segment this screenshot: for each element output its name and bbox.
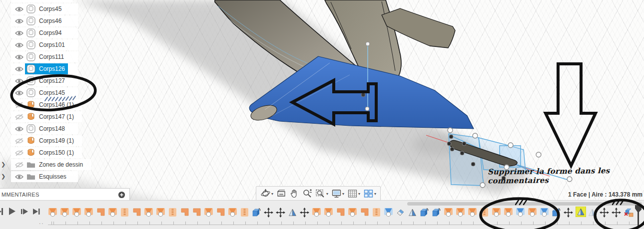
browser-item-corps148[interactable]: Corps148 xyxy=(11,123,78,134)
browser-item-corps147-1[interactable]: Corps147 (1) xyxy=(11,111,82,122)
timeline-scrollbar[interactable] xyxy=(407,202,642,206)
form-feature-icon[interactable] xyxy=(72,208,82,218)
visibility-eye-on-icon[interactable] xyxy=(13,126,25,132)
fit-button[interactable]: ▾ xyxy=(314,188,329,200)
visibility-eye-on-icon[interactable] xyxy=(13,54,25,60)
edge-feature-icon[interactable] xyxy=(168,208,178,218)
pan-button[interactable] xyxy=(288,188,300,200)
form-feature-icon[interactable] xyxy=(468,208,478,218)
corner-feature-icon[interactable] xyxy=(216,208,226,218)
skip-start-button[interactable] xyxy=(0,208,4,216)
form-feature-icon[interactable] xyxy=(48,208,58,218)
corner-feature-icon[interactable] xyxy=(360,208,370,218)
browser-item-corps126[interactable]: Corps126 xyxy=(11,63,78,74)
browser-item-corps149-1[interactable]: Corps149 (1) xyxy=(11,135,82,146)
mirror-warning-feature-icon[interactable] xyxy=(576,207,586,217)
mirror-feature-icon[interactable] xyxy=(288,208,298,218)
blueform-feature-icon[interactable] xyxy=(540,208,550,218)
form-feature-icon[interactable] xyxy=(204,208,214,218)
browser-item-corps46[interactable]: Corps46 xyxy=(11,15,78,26)
blueform-feature-icon[interactable] xyxy=(516,208,526,218)
move-feature-icon[interactable] xyxy=(300,208,310,218)
browser-panel: Corps45Corps46Corps94Corps101Corps111Cor… xyxy=(11,0,106,183)
edge-feature-icon[interactable] xyxy=(480,208,490,218)
plus-circle-icon[interactable] xyxy=(118,191,125,199)
visibility-eye-on-icon[interactable] xyxy=(13,90,25,96)
expand-chevron-icon[interactable]: ❯ xyxy=(1,173,8,180)
visibility-eye-off-icon[interactable] xyxy=(13,138,25,144)
bluebox-feature-icon[interactable] xyxy=(552,208,562,218)
form-feature-icon[interactable] xyxy=(492,208,502,218)
form-feature-icon[interactable] xyxy=(324,208,334,218)
form-feature-icon[interactable] xyxy=(444,208,454,218)
visibility-eye-on-icon[interactable] xyxy=(13,30,25,36)
form-feature-icon[interactable] xyxy=(348,208,358,218)
move-feature-icon[interactable] xyxy=(564,208,574,218)
corner-feature-icon[interactable] xyxy=(180,208,190,218)
visibility-eye-on-icon[interactable] xyxy=(13,78,25,84)
look-at-button[interactable] xyxy=(275,188,287,200)
browser-item-corps45[interactable]: Corps45 xyxy=(11,3,78,14)
expand-chevron-icon[interactable]: ❯ xyxy=(1,161,8,168)
browser-item-corps150-1[interactable]: Corps150 (1) xyxy=(11,147,82,158)
visibility-eye-on-icon[interactable] xyxy=(13,6,25,12)
browser-item-corps111[interactable]: Corps111 xyxy=(11,51,78,62)
move-feature-icon[interactable] xyxy=(600,208,610,218)
edge-feature-icon[interactable] xyxy=(240,208,250,218)
bluebox-feature-icon[interactable] xyxy=(432,208,442,218)
browser-item-zones-de-dessin[interactable]: ❯Zones de dessin xyxy=(11,159,91,170)
form-feature-icon[interactable] xyxy=(528,208,538,218)
form-feature-icon[interactable] xyxy=(60,208,70,218)
browser-item-corps127[interactable]: Corps127 xyxy=(11,75,78,86)
form-feature-icon[interactable] xyxy=(504,208,514,218)
orbit-button[interactable]: ▾ xyxy=(259,188,274,200)
move-feature-icon[interactable] xyxy=(276,208,286,218)
visibility-eye-on-icon[interactable] xyxy=(13,66,25,72)
form-feature-icon[interactable] xyxy=(156,208,166,218)
move-feature-icon[interactable] xyxy=(612,208,622,218)
mirror-disabled-feature-icon[interactable] xyxy=(588,208,598,218)
form-feature-icon[interactable] xyxy=(312,208,322,218)
browser-item-corps145[interactable]: Corps145 xyxy=(11,87,78,98)
display-settings-button[interactable]: ▾ xyxy=(330,188,345,200)
form-feature-icon[interactable] xyxy=(108,208,118,218)
browser-item-label: Zones de dessin xyxy=(39,161,83,168)
corner-feature-icon[interactable] xyxy=(132,208,142,218)
selection-status: 1 Face | Aire : 143.378 mm xyxy=(568,191,643,198)
skip-end-button[interactable] xyxy=(32,208,40,215)
visibility-eye-on-icon[interactable] xyxy=(13,174,25,180)
browser-item-corps101[interactable]: Corps101 xyxy=(11,39,78,50)
form-feature-icon[interactable] xyxy=(84,208,94,218)
grid-settings-button[interactable]: ▾ xyxy=(346,188,361,200)
viewports-button[interactable]: ▾ xyxy=(362,188,377,200)
play-button[interactable] xyxy=(8,207,16,216)
edge-feature-icon[interactable] xyxy=(372,208,382,218)
mirror-feature-icon[interactable] xyxy=(408,208,418,218)
zoom-button[interactable] xyxy=(301,188,313,200)
form-feature-icon[interactable] xyxy=(228,208,238,218)
bluebox-feature-icon[interactable] xyxy=(252,208,262,218)
form-feature-icon[interactable] xyxy=(144,208,154,218)
browser-item-corps146-1[interactable]: Corps146 (1) xyxy=(11,99,82,110)
bluebox-feature-icon[interactable] xyxy=(420,208,430,218)
body-orange-icon xyxy=(26,112,35,121)
corner-feature-icon[interactable] xyxy=(192,208,202,218)
delete-feature-icon[interactable] xyxy=(624,208,634,218)
visibility-eye-off-icon[interactable] xyxy=(13,102,25,108)
move-feature-icon[interactable] xyxy=(264,208,274,218)
visibility-eye-on-icon[interactable] xyxy=(13,42,25,48)
blueform-feature-icon[interactable] xyxy=(384,208,394,218)
visibility-eye-off-icon[interactable] xyxy=(13,162,25,168)
step-forward-button[interactable] xyxy=(20,208,28,215)
edge-feature-icon[interactable] xyxy=(120,208,130,218)
timeline-position-marker[interactable] xyxy=(634,205,643,228)
visibility-eye-off-icon[interactable] xyxy=(13,114,25,120)
visibility-eye-on-icon[interactable] xyxy=(13,18,25,24)
corner-feature-icon[interactable] xyxy=(336,208,346,218)
visibility-eye-off-icon[interactable] xyxy=(13,150,25,156)
eraser-feature-icon[interactable] xyxy=(396,208,406,218)
browser-item-corps94[interactable]: Corps94 xyxy=(11,27,78,38)
corner-feature-icon[interactable] xyxy=(96,208,106,218)
browser-item-esquisses[interactable]: ❯Esquisses xyxy=(11,171,78,182)
form-feature-icon[interactable] xyxy=(456,208,466,218)
